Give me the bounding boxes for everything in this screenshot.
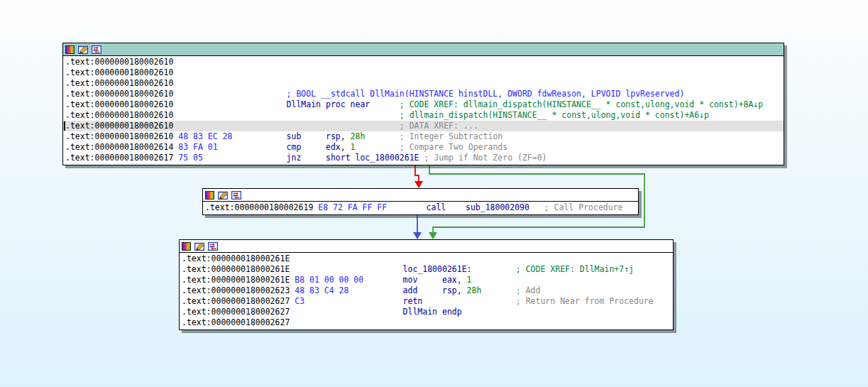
code-line[interactable]: .text:0000000180002627 C3 retn ; Return …: [180, 296, 673, 307]
code-segment-insn: mov eax,: [363, 275, 466, 285]
code-line[interactable]: .text:0000000180002610 48 83 EC 28 sub r…: [63, 131, 784, 142]
code-segment-insn: sub rsp,: [232, 131, 350, 141]
code-segment-name: DllMain proc near: [173, 99, 370, 109]
code-line[interactable]: .text:0000000180002610 ; dllmain_dispatc…: [63, 110, 784, 121]
xrefs-icon[interactable]: [231, 191, 241, 200]
code-segment-xref: ; CODE XREF: DllMain+7↑j: [472, 264, 634, 274]
code-line[interactable]: .text:0000000180002610 ; BOOL __stdcall …: [63, 89, 784, 99]
code-line[interactable]: .text:0000000180002614 83 FA 01 cmp edx,…: [63, 142, 784, 153]
code-segment-cmt: ; Integer Subtraction: [365, 131, 502, 141]
code-segment-addr: .text:0000000180002614: [65, 142, 173, 152]
code-line[interactable]: .text:000000018000261E loc_18000261E: ; …: [180, 264, 673, 275]
code-segment-cmt: ; Compare Two Operands: [356, 142, 508, 152]
code-segment-bytes: 75 05: [173, 153, 203, 163]
code-line[interactable]: .text:0000000180002610: [63, 67, 784, 78]
code-segment-addr: .text:0000000180002623: [182, 285, 290, 295]
code-segment-bytes: 48 83 C4 28: [290, 285, 348, 295]
code-segment-decl: ; BOOL __stdcall DllMain(HINSTANCE hinst…: [173, 89, 684, 99]
code-segment-addr: .text:000000018000261E: [182, 254, 290, 263]
code-line[interactable]: .text:0000000180002610: [63, 57, 784, 67]
edit-comment-icon[interactable]: [78, 45, 88, 54]
code-line[interactable]: .text:0000000180002617 75 05 jnz short l…: [63, 153, 784, 163]
code-segment-bytes: 83 FA 01: [173, 142, 217, 152]
code-segment-addr: .text:0000000180002610: [65, 121, 173, 131]
code-segment-addr: .text:0000000180002610: [65, 67, 173, 77]
xrefs-icon[interactable]: [208, 242, 218, 251]
code-segment-name: DllMain endp: [290, 307, 461, 317]
edge-normal-flow: [413, 215, 422, 239]
code-segment-addr: .text:0000000180002610: [65, 57, 173, 67]
code-line[interactable]: .text:0000000180002610: [63, 78, 784, 89]
code-line[interactable]: .text:000000018000261E B8 01 00 00 00 mo…: [180, 275, 673, 285]
code-segment-bytes: 48 83 EC 28: [173, 131, 232, 141]
code-segment-addr: .text:0000000180002610: [65, 110, 173, 120]
code-segment-insn: retn: [304, 296, 422, 306]
graph-node-return-block[interactable]: .text:000000018000261E.text:000000018000…: [179, 239, 674, 330]
code-segment-addr: .text:0000000180002627: [182, 296, 290, 306]
code-segment-addr: .text:0000000180002610: [65, 131, 173, 141]
code-segment-bytes: B8 01 00 00 00: [290, 275, 363, 285]
code-segment-cmt: ; Jump if Not Zero (ZF=0): [419, 153, 547, 163]
code-line[interactable]: .text:0000000180002610 DllMain proc near…: [63, 99, 784, 110]
graph-node-call-block[interactable]: .text:0000000180002619 E8 72 FA FF FF ca…: [202, 188, 639, 215]
code-segment-addr: .text:0000000180002610: [65, 89, 173, 99]
code-segment-bytes: C3: [290, 296, 304, 306]
code-line[interactable]: .text:0000000180002627: [180, 317, 673, 328]
code-segment-addr: .text:0000000180002619: [205, 202, 313, 212]
node-color-icon[interactable]: [205, 191, 214, 200]
code-segment-cmt: ; Add: [481, 285, 540, 295]
code-segment-xref: ; dllmain_dispatch(HINSTANCE__ * const,u…: [173, 110, 709, 120]
edge-false-branch: [414, 165, 423, 188]
code-segment-name: loc_18000261E:: [290, 264, 471, 274]
node-body: .text:0000000180002610.text:000000018000…: [63, 56, 784, 165]
code-segment-insn: jnz short loc_18000261E: [203, 153, 419, 163]
graph-node-dllmain-entry[interactable]: .text:0000000180002610.text:000000018000…: [62, 43, 784, 165]
node-title-bar: [180, 240, 673, 253]
code-line[interactable]: .text:0000000180002623 48 83 C4 28 add r…: [180, 285, 673, 296]
code-segment-addr: .text:0000000180002627: [182, 307, 290, 317]
code-segment-insn: add rsp,: [348, 285, 466, 295]
code-segment-cmt: ; Return Near from Procedure: [422, 296, 653, 306]
code-line[interactable]: .text:0000000180002627 DllMain endp: [180, 307, 673, 317]
code-segment-addr: .text:0000000180002610: [65, 99, 173, 109]
code-segment-num: 28h: [467, 285, 482, 295]
code-segment-num: 1: [467, 275, 472, 285]
node-title-bar: [203, 189, 638, 202]
code-segment-addr: .text:000000018000261E: [182, 275, 290, 285]
xrefs-icon[interactable]: [92, 45, 101, 54]
edit-comment-icon[interactable]: [194, 242, 204, 251]
node-color-icon[interactable]: [182, 242, 191, 251]
code-segment-addr: .text:0000000180002610: [65, 78, 173, 88]
code-line[interactable]: .text:0000000180002610 ; DATA XREF: ...: [63, 121, 784, 131]
code-segment-cmt: ; Call Procedure: [529, 202, 623, 212]
code-segment-num: 28h: [351, 131, 366, 141]
code-segment-insn: cmp edx,: [218, 142, 351, 152]
node-color-icon[interactable]: [65, 45, 75, 54]
disassembly-graph-canvas[interactable]: .text:0000000180002610.text:000000018000…: [0, 0, 868, 387]
node-body: .text:000000018000261E.text:000000018000…: [180, 253, 673, 329]
text-cursor: [64, 121, 65, 131]
code-segment-num: 1: [351, 142, 356, 152]
edit-comment-icon[interactable]: [218, 191, 228, 200]
node-body: .text:0000000180002619 E8 72 FA FF FF ca…: [203, 202, 638, 214]
code-segment-addr: .text:0000000180002617: [65, 153, 173, 163]
node-title-bar: [63, 43, 784, 56]
code-line[interactable]: .text:000000018000261E: [180, 254, 673, 264]
code-line[interactable]: .text:0000000180002619 E8 72 FA FF FF ca…: [203, 202, 638, 213]
code-segment-addr: .text:000000018000261E: [182, 264, 290, 274]
code-segment-insn: call sub_180002090: [387, 202, 529, 212]
code-segment-cmt: ; DATA XREF: ...: [173, 121, 478, 131]
code-segment-xref: ; CODE XREF: dllmain_dispatch(HINSTANCE_…: [370, 99, 763, 109]
code-segment-addr: .text:0000000180002627: [182, 317, 290, 327]
code-segment-bytes: E8 72 FA FF FF: [313, 202, 387, 212]
